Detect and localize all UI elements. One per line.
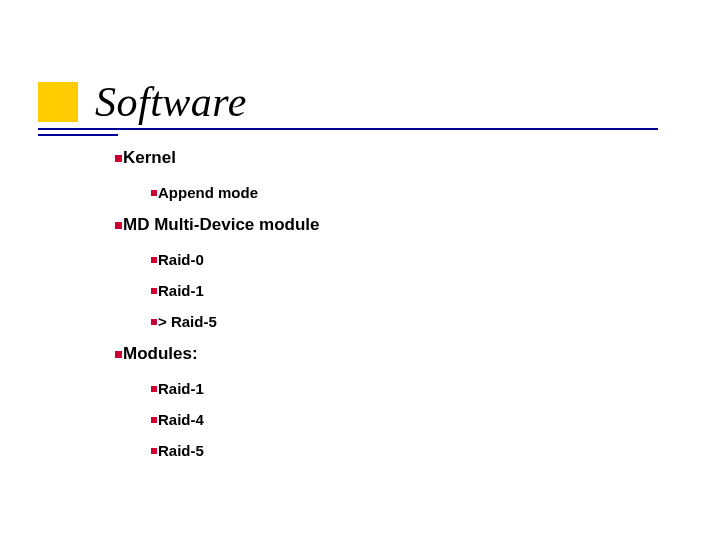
list-item-label: Append mode [158, 184, 258, 201]
list-item-label: Raid-4 [158, 411, 204, 428]
bullet-icon [151, 448, 157, 454]
list-item-label: MD Multi-Device module [123, 215, 319, 235]
list-item: Raid-0 [151, 251, 319, 268]
list-item-label: Raid-0 [158, 251, 204, 268]
bullet-icon [151, 417, 157, 423]
bullet-icon [151, 190, 157, 196]
list-item-label: Kernel [123, 148, 176, 168]
bullet-icon [115, 155, 122, 162]
list-item: Raid-1 [151, 380, 319, 397]
list-item: Modules: [115, 344, 319, 364]
list-item: Raid-4 [151, 411, 319, 428]
content-list: Kernel Append mode MD Multi-Device modul… [115, 148, 319, 473]
list-item: Raid-1 [151, 282, 319, 299]
list-item: Append mode [151, 184, 319, 201]
list-item-label: Raid-1 [158, 282, 204, 299]
title-underline-primary [38, 128, 658, 130]
bullet-icon [151, 319, 157, 325]
list-item-label: > Raid-5 [158, 313, 217, 330]
title-area: Software [95, 78, 247, 126]
list-item: Kernel [115, 148, 319, 168]
bullet-icon [151, 386, 157, 392]
title-underline-secondary [38, 134, 118, 136]
list-item: Raid-5 [151, 442, 319, 459]
list-item-label: Raid-5 [158, 442, 204, 459]
page-title: Software [95, 78, 247, 126]
bullet-icon [151, 257, 157, 263]
list-item-label: Modules: [123, 344, 198, 364]
bullet-icon [115, 351, 122, 358]
bullet-icon [151, 288, 157, 294]
list-item: > Raid-5 [151, 313, 319, 330]
bullet-icon [115, 222, 122, 229]
accent-square [38, 82, 78, 122]
list-item-label: Raid-1 [158, 380, 204, 397]
list-item: MD Multi-Device module [115, 215, 319, 235]
